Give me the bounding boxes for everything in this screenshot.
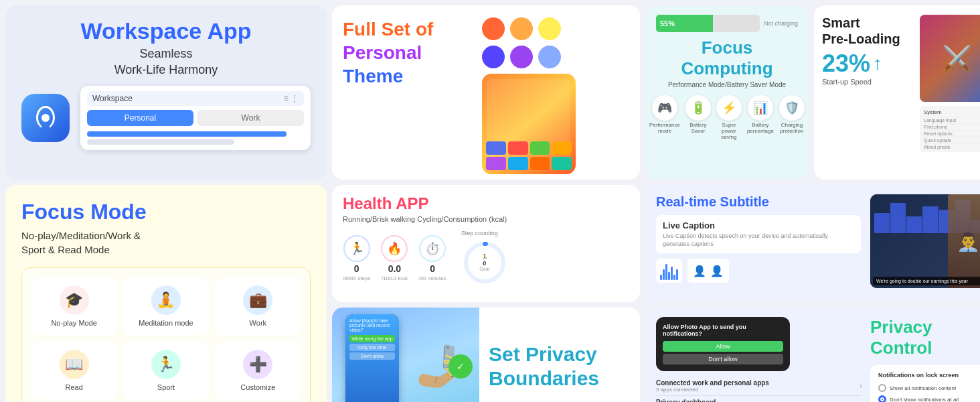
notification-option-show: Show all notification content	[878, 384, 980, 392]
set-privacy-card: Allow [App] to take pictures and record …	[332, 308, 640, 402]
workspace-card: Workspace App Seamless Work-Life Harmony…	[5, 5, 327, 180]
radio-dont	[878, 395, 886, 402]
live-caption-desc: Live Caption detects speech on your devi…	[663, 232, 854, 248]
subtitle-device-preview: 👨‍💼 We're going to double our earnings t…	[870, 194, 980, 288]
health-subtitle: Running/Brisk walking Cycling/Consumptio…	[343, 215, 629, 223]
health-stat-kcal: 🔥 0.0 /100.0 kcal	[381, 235, 408, 281]
smart-preloading-card: SmartPre-Loading 23% ↑ Start-up Speed ⚔️…	[814, 5, 980, 180]
subtitle-title: Real-time Subtitle	[656, 194, 861, 210]
focus-mode-subtitle: No-play/Meditation/Work &Sport & Read Mo…	[21, 228, 311, 257]
focus-computing-sub: Performance Mode/Battery Saver Mode	[656, 81, 798, 88]
theme-title: Full Set of Personal Theme	[343, 17, 475, 88]
focus-mode-item-read: 📖 Read	[31, 342, 116, 399]
workspace-subtitle: Seamless Work-Life Harmony	[21, 46, 311, 78]
privacy-list-dashboard: Privacy dashboard Show which apps recent…	[656, 396, 862, 402]
focus-icon-charging: 🛡️ Charging protection	[779, 95, 805, 140]
workspace-app-icon	[21, 94, 70, 142]
svg-point-0	[42, 114, 50, 122]
focus-computing-card: 55% Not charging Focus Computing Perform…	[645, 5, 809, 180]
smart-title: SmartPre-Loading	[822, 15, 914, 47]
workspace-personal-tab[interactable]: Personal	[87, 110, 193, 126]
smart-label: Start-up Speed	[822, 78, 914, 86]
focus-mode-item-sport: 🏃 Sport	[123, 342, 208, 399]
radio-show	[878, 384, 886, 392]
set-privacy-title: Set Privacy Boundaries	[489, 342, 599, 391]
focus-mode-item-customize: ➕ Customize	[216, 342, 301, 399]
focus-mode-item-meditation: 🧘 Meditation mode	[123, 277, 208, 335]
focus-icon-super: ⚡ Super power saving	[716, 95, 742, 140]
focus-mode-title: Focus Mode	[21, 200, 311, 224]
realtime-subtitle-card: Real-time Subtitle Live Caption Live Cap…	[645, 185, 980, 302]
theme-preview	[482, 17, 629, 174]
privacy-control-card: Allow Photo App to send you notification…	[645, 308, 980, 402]
health-stat-steps: 🏃 0 /6000 steps	[343, 235, 370, 281]
health-title: Health APP	[343, 194, 629, 213]
workspace-ui-mockup: Workspace ≡ ⋮ Personal Work	[80, 86, 311, 150]
focus-mode-item-noplay: 🎓 No-play Mode	[31, 277, 116, 335]
theme-card: Full Set of Personal Theme	[332, 5, 640, 180]
health-stat-time: ⏱️ 0 /30 minutes	[418, 235, 446, 281]
health-app-card: Health APP Running/Brisk walking Cycling…	[332, 185, 640, 302]
privacy-list-connected: Connected work and personal apps 3 apps …	[656, 377, 862, 396]
health-ring: 🏃 0 Goal	[461, 239, 508, 286]
focus-icon-performance: 🎮 Performance mode	[649, 95, 680, 140]
focus-icon-battery: 🔋 Battery Saver	[685, 95, 711, 140]
focus-computing-title: Focus Computing	[656, 38, 798, 79]
focus-icon-percent: 📊 Battery percentage	[747, 95, 774, 140]
privacy-control-title: Privacy Control	[870, 317, 980, 358]
focus-mode-card: Focus Mode No-play/Meditation/Work &Spor…	[5, 185, 327, 402]
workspace-title: Workspace App	[21, 19, 311, 44]
workspace-work-tab[interactable]: Work	[197, 110, 304, 126]
notification-option-dont: Don't show notifications at all	[878, 395, 980, 402]
notifications-on-lock-title: Notifications on lock screen	[878, 372, 980, 379]
focus-mode-item-work: 💼 Work	[216, 277, 301, 335]
smart-percent: 23%	[822, 50, 870, 78]
live-caption-title: Live Caption	[663, 220, 854, 230]
